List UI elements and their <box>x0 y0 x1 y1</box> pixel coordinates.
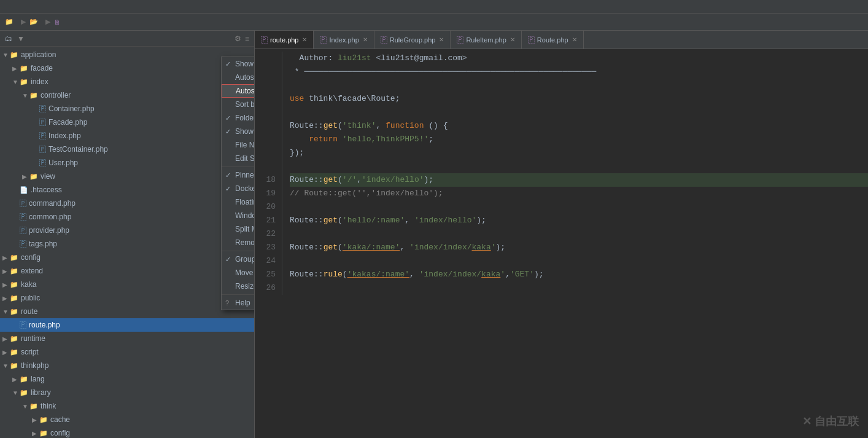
tree-item-tagsphp[interactable]: 🇵tags.php <box>0 237 254 251</box>
menu-item-move-to[interactable]: Move to▶ <box>222 266 255 280</box>
menu-item-windowed-mode[interactable]: Windowed Mode <box>222 209 255 222</box>
tree-item-Containerphp[interactable]: 🇵Container.php <box>0 102 254 115</box>
tab-routephp[interactable]: 🇵route.php✕ <box>255 31 314 49</box>
tree-item-Facadephp[interactable]: 🇵Facade.php <box>0 115 254 129</box>
tree-item-route[interactable]: ▼📁route <box>0 305 254 318</box>
tree-item-library[interactable]: ▼📁library <box>0 386 254 399</box>
file-icon: 📁 <box>29 173 38 181</box>
tree-item-commandphp[interactable]: 🇵command.php <box>0 197 254 210</box>
main-layout: 🗂 ▼ ⚙ ≡ ▼📁application▶📁facade▼📁index▼📁co… <box>0 31 868 438</box>
tree-item-commonphp[interactable]: 🇵common.php <box>0 210 254 224</box>
line-number: 20 <box>258 200 276 214</box>
menu-item-label: Windowed Mode <box>235 211 255 220</box>
tree-item-controller[interactable]: ▼📁controller <box>0 88 254 102</box>
tree-item-TestContainerphp[interactable]: 🇵TestContainer.php <box>0 143 254 156</box>
menu-item-folders-always-on-top[interactable]: ✓Folders Always on Top <box>222 111 255 125</box>
tab-close[interactable]: ✕ <box>439 36 444 43</box>
code-line: use think\facade\Route; <box>290 92 868 106</box>
tab-label: Route.php <box>537 36 568 44</box>
tree-item-application[interactable]: ▼📁application <box>0 48 254 61</box>
file-icon: 🇵 <box>20 321 26 329</box>
tree-item-Indexphp[interactable]: 🇵Index.php <box>0 129 254 143</box>
line-number <box>258 133 276 146</box>
tree-item-providerphp[interactable]: 🇵provider.php <box>0 224 254 237</box>
file-icon: 📄 <box>20 186 28 194</box>
tree-item-index[interactable]: ▼📁index <box>0 75 254 88</box>
menu-item-split-mode[interactable]: Split Mode <box>222 222 255 236</box>
tree-item-label: controller <box>41 91 71 100</box>
tree-item-think[interactable]: ▼📁think <box>0 399 254 413</box>
collapse-all-icon[interactable]: ≡ <box>245 34 249 43</box>
tree-arrow: ▶ <box>12 65 20 72</box>
line-number: 19 <box>258 187 276 200</box>
tree-item-extend[interactable]: ▶📁extend <box>0 264 254 278</box>
tree-item-label: command.php <box>29 199 76 208</box>
menu-item-autoscroll-from-source[interactable]: Autoscroll from Source <box>222 84 255 98</box>
tree-item-label: common.php <box>29 213 71 221</box>
line-number <box>258 146 276 160</box>
dropdown-icon[interactable]: ▼ <box>17 34 25 43</box>
tab-close[interactable]: ✕ <box>363 36 368 43</box>
menu-item-show-excluded-files[interactable]: ✓Show Excluded Files <box>222 125 255 138</box>
tree-arrow: ▶ <box>32 430 39 437</box>
tab-Routephp[interactable]: 🇵Route.php✕ <box>522 31 584 49</box>
sidebar-actions[interactable]: ⚙ ≡ <box>234 34 249 43</box>
menu-item-edit-scopes[interactable]: Edit Scopes... <box>222 152 255 165</box>
tab-php-icon: 🇵 <box>528 36 535 44</box>
menu-item-resize[interactable]: Resize▶ <box>222 280 255 293</box>
menu-item-label: Remove from Sidebar <box>235 238 255 247</box>
tab-Indexphp[interactable]: 🇵Index.php✕ <box>314 31 374 49</box>
tab-close[interactable]: ✕ <box>510 36 515 43</box>
file-icon: 🇵 <box>20 200 26 207</box>
file-icon: 🇵 <box>20 240 26 248</box>
tree-item-routephp[interactable]: 🇵route.php <box>0 318 254 332</box>
tree-arrow: ▶ <box>2 335 10 342</box>
tree-item-kaka[interactable]: ▶📁kaka <box>0 278 254 291</box>
tree-item-config[interactable]: ▶📁config <box>0 426 254 438</box>
menu-item-show-members[interactable]: ✓Show Members <box>222 57 255 71</box>
tree-item-thinkphp[interactable]: ▼📁thinkphp <box>0 359 254 372</box>
tab-RuleItemphp[interactable]: 🇵RuleItem.php✕ <box>451 31 521 49</box>
menu-item-pinned-mode[interactable]: ✓Pinned Mode <box>222 168 255 182</box>
menu-item-autoscroll-to-source[interactable]: Autoscroll to Source <box>222 71 255 84</box>
code-line <box>290 227 868 241</box>
menu-item-help[interactable]: ?Help <box>222 296 255 310</box>
menu-item-group-tabs[interactable]: ✓Group Tabs <box>222 252 255 266</box>
code-line <box>290 160 868 173</box>
menu-item-label: Group Tabs <box>235 255 255 264</box>
tab-close[interactable]: ✕ <box>302 36 307 43</box>
menu-item-sort-by-type[interactable]: Sort by Type <box>222 98 255 111</box>
menu-item-label: Show Members <box>235 60 255 68</box>
menu-item-docked-mode[interactable]: ✓Docked Mode <box>222 182 255 195</box>
line-number <box>258 65 276 79</box>
tab-php-icon: 🇵 <box>381 36 387 44</box>
tree-item-runtime[interactable]: ▶📁runtime <box>0 332 254 345</box>
tab-close[interactable]: ✕ <box>572 36 577 43</box>
line-numbers: 181920212223242526 <box>255 52 282 295</box>
file-icon: 📁 <box>10 308 18 316</box>
menu-item-label: Autoscroll to Source <box>235 73 255 82</box>
tree-item-cache[interactable]: ▶📁cache <box>0 413 254 426</box>
tree-item-lang[interactable]: ▶📁lang <box>0 372 254 386</box>
code-line: Route::get('think', function () { <box>290 119 868 133</box>
tree-item-view[interactable]: ▶📁view <box>0 170 254 183</box>
tree-arrow: ▼ <box>12 389 20 396</box>
tree-item-public[interactable]: ▶📁public <box>0 291 254 305</box>
tree-item-htaccess[interactable]: 📄.htaccess <box>0 183 254 197</box>
tree-item-Userphp[interactable]: 🇵User.php <box>0 156 254 170</box>
tree-item-config[interactable]: ▶📁config <box>0 251 254 264</box>
tree-arrow: ▼ <box>22 403 29 410</box>
menu-item-floating-mode[interactable]: Floating Mode <box>222 195 255 209</box>
tree-item-label: script <box>21 348 39 356</box>
tree-item-facade[interactable]: ▶📁facade <box>0 61 254 75</box>
tree-item-script[interactable]: ▶📁script <box>0 345 254 359</box>
cog-icon[interactable]: ⚙ <box>234 34 241 43</box>
breadcrumb-sep1: ▶ <box>21 18 26 26</box>
menu-item-file-nesting[interactable]: File Nesting... <box>222 138 255 152</box>
tab-RuleGroupphp[interactable]: 🇵RuleGroup.php✕ <box>374 31 451 49</box>
tree-arrow: ▼ <box>2 308 10 315</box>
code-line <box>290 79 868 92</box>
menu-item-remove-from-sidebar[interactable]: Remove from Sidebar <box>222 236 255 249</box>
tab-label: RuleItem.php <box>466 36 506 44</box>
tree-arrow: ▶ <box>12 376 20 383</box>
